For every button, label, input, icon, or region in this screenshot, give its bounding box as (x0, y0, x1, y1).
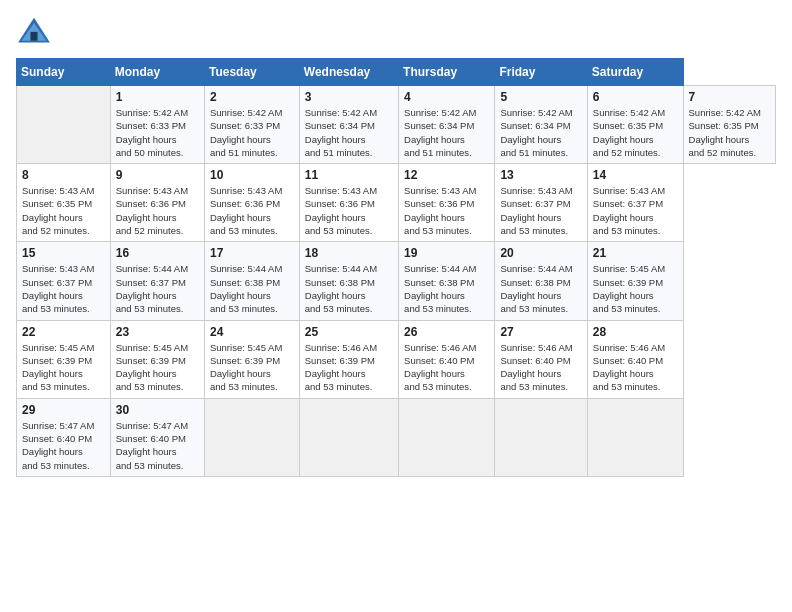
day-info: Sunrise: 5:43 AMSunset: 6:36 PMDaylight … (305, 185, 377, 236)
day-number: 27 (500, 325, 581, 339)
day-info: Sunrise: 5:46 AMSunset: 6:39 PMDaylight … (305, 342, 377, 393)
calendar-cell: 9Sunrise: 5:43 AMSunset: 6:36 PMDaylight… (110, 164, 204, 242)
day-info: Sunrise: 5:45 AMSunset: 6:39 PMDaylight … (22, 342, 94, 393)
calendar-cell: 1Sunrise: 5:42 AMSunset: 6:33 PMDaylight… (110, 86, 204, 164)
day-info: Sunrise: 5:42 AMSunset: 6:34 PMDaylight … (500, 107, 572, 158)
day-number: 13 (500, 168, 581, 182)
day-number: 21 (593, 246, 678, 260)
calendar-cell: 25Sunrise: 5:46 AMSunset: 6:39 PMDayligh… (299, 320, 398, 398)
calendar-cell (587, 398, 683, 476)
day-info: Sunrise: 5:43 AMSunset: 6:37 PMDaylight … (500, 185, 572, 236)
calendar-week-row: 8Sunrise: 5:43 AMSunset: 6:35 PMDaylight… (17, 164, 776, 242)
day-number: 29 (22, 403, 105, 417)
day-number: 30 (116, 403, 199, 417)
day-number: 28 (593, 325, 678, 339)
day-number: 26 (404, 325, 489, 339)
calendar-cell: 8Sunrise: 5:43 AMSunset: 6:35 PMDaylight… (17, 164, 111, 242)
calendar-cell: 6Sunrise: 5:42 AMSunset: 6:35 PMDaylight… (587, 86, 683, 164)
calendar-cell: 27Sunrise: 5:46 AMSunset: 6:40 PMDayligh… (495, 320, 587, 398)
day-number: 24 (210, 325, 294, 339)
day-number: 12 (404, 168, 489, 182)
day-info: Sunrise: 5:44 AMSunset: 6:38 PMDaylight … (210, 263, 282, 314)
day-number: 16 (116, 246, 199, 260)
calendar-cell: 14Sunrise: 5:43 AMSunset: 6:37 PMDayligh… (587, 164, 683, 242)
day-number: 20 (500, 246, 581, 260)
day-info: Sunrise: 5:42 AMSunset: 6:35 PMDaylight … (689, 107, 761, 158)
day-info: Sunrise: 5:43 AMSunset: 6:35 PMDaylight … (22, 185, 94, 236)
calendar-cell: 10Sunrise: 5:43 AMSunset: 6:36 PMDayligh… (204, 164, 299, 242)
header-day: Sunday (17, 59, 111, 86)
header-day: Saturday (587, 59, 683, 86)
calendar-cell: 16Sunrise: 5:44 AMSunset: 6:37 PMDayligh… (110, 242, 204, 320)
day-number: 3 (305, 90, 393, 104)
day-info: Sunrise: 5:45 AMSunset: 6:39 PMDaylight … (116, 342, 188, 393)
day-number: 25 (305, 325, 393, 339)
day-number: 6 (593, 90, 678, 104)
calendar-cell: 4Sunrise: 5:42 AMSunset: 6:34 PMDaylight… (399, 86, 495, 164)
calendar-cell: 22Sunrise: 5:45 AMSunset: 6:39 PMDayligh… (17, 320, 111, 398)
day-info: Sunrise: 5:43 AMSunset: 6:36 PMDaylight … (210, 185, 282, 236)
calendar-week-row: 15Sunrise: 5:43 AMSunset: 6:37 PMDayligh… (17, 242, 776, 320)
day-info: Sunrise: 5:43 AMSunset: 6:36 PMDaylight … (116, 185, 188, 236)
calendar-cell: 24Sunrise: 5:45 AMSunset: 6:39 PMDayligh… (204, 320, 299, 398)
day-info: Sunrise: 5:45 AMSunset: 6:39 PMDaylight … (593, 263, 665, 314)
header-day: Wednesday (299, 59, 398, 86)
calendar-cell (204, 398, 299, 476)
day-info: Sunrise: 5:43 AMSunset: 6:37 PMDaylight … (593, 185, 665, 236)
calendar-cell: 18Sunrise: 5:44 AMSunset: 6:38 PMDayligh… (299, 242, 398, 320)
logo (16, 16, 56, 46)
day-number: 1 (116, 90, 199, 104)
calendar-cell: 11Sunrise: 5:43 AMSunset: 6:36 PMDayligh… (299, 164, 398, 242)
day-info: Sunrise: 5:44 AMSunset: 6:38 PMDaylight … (305, 263, 377, 314)
calendar-cell: 28Sunrise: 5:46 AMSunset: 6:40 PMDayligh… (587, 320, 683, 398)
calendar-cell: 15Sunrise: 5:43 AMSunset: 6:37 PMDayligh… (17, 242, 111, 320)
day-number: 2 (210, 90, 294, 104)
day-info: Sunrise: 5:42 AMSunset: 6:33 PMDaylight … (210, 107, 282, 158)
day-info: Sunrise: 5:44 AMSunset: 6:38 PMDaylight … (404, 263, 476, 314)
calendar-table: SundayMondayTuesdayWednesdayThursdayFrid… (16, 58, 776, 477)
calendar-cell (17, 86, 111, 164)
day-number: 17 (210, 246, 294, 260)
header-day: Friday (495, 59, 587, 86)
day-info: Sunrise: 5:42 AMSunset: 6:35 PMDaylight … (593, 107, 665, 158)
day-info: Sunrise: 5:47 AMSunset: 6:40 PMDaylight … (116, 420, 188, 471)
day-number: 9 (116, 168, 199, 182)
svg-rect-2 (30, 32, 37, 41)
calendar-cell: 5Sunrise: 5:42 AMSunset: 6:34 PMDaylight… (495, 86, 587, 164)
calendar-cell (399, 398, 495, 476)
day-number: 7 (689, 90, 770, 104)
day-info: Sunrise: 5:47 AMSunset: 6:40 PMDaylight … (22, 420, 94, 471)
calendar-cell: 17Sunrise: 5:44 AMSunset: 6:38 PMDayligh… (204, 242, 299, 320)
day-info: Sunrise: 5:42 AMSunset: 6:34 PMDaylight … (404, 107, 476, 158)
day-number: 5 (500, 90, 581, 104)
day-info: Sunrise: 5:42 AMSunset: 6:34 PMDaylight … (305, 107, 377, 158)
calendar-cell: 29Sunrise: 5:47 AMSunset: 6:40 PMDayligh… (17, 398, 111, 476)
calendar-cell: 13Sunrise: 5:43 AMSunset: 6:37 PMDayligh… (495, 164, 587, 242)
day-info: Sunrise: 5:45 AMSunset: 6:39 PMDaylight … (210, 342, 282, 393)
day-info: Sunrise: 5:46 AMSunset: 6:40 PMDaylight … (593, 342, 665, 393)
logo-icon (16, 16, 52, 46)
day-number: 8 (22, 168, 105, 182)
day-info: Sunrise: 5:43 AMSunset: 6:36 PMDaylight … (404, 185, 476, 236)
header-day: Tuesday (204, 59, 299, 86)
day-number: 14 (593, 168, 678, 182)
calendar-cell: 30Sunrise: 5:47 AMSunset: 6:40 PMDayligh… (110, 398, 204, 476)
calendar-cell: 23Sunrise: 5:45 AMSunset: 6:39 PMDayligh… (110, 320, 204, 398)
calendar-week-row: 1Sunrise: 5:42 AMSunset: 6:33 PMDaylight… (17, 86, 776, 164)
page-header (16, 16, 776, 46)
calendar-cell: 19Sunrise: 5:44 AMSunset: 6:38 PMDayligh… (399, 242, 495, 320)
day-info: Sunrise: 5:46 AMSunset: 6:40 PMDaylight … (500, 342, 572, 393)
day-info: Sunrise: 5:43 AMSunset: 6:37 PMDaylight … (22, 263, 94, 314)
day-number: 18 (305, 246, 393, 260)
day-number: 23 (116, 325, 199, 339)
day-info: Sunrise: 5:44 AMSunset: 6:38 PMDaylight … (500, 263, 572, 314)
calendar-cell: 3Sunrise: 5:42 AMSunset: 6:34 PMDaylight… (299, 86, 398, 164)
calendar-cell: 12Sunrise: 5:43 AMSunset: 6:36 PMDayligh… (399, 164, 495, 242)
header-row: SundayMondayTuesdayWednesdayThursdayFrid… (17, 59, 776, 86)
day-number: 22 (22, 325, 105, 339)
day-number: 4 (404, 90, 489, 104)
day-number: 19 (404, 246, 489, 260)
calendar-cell (299, 398, 398, 476)
calendar-week-row: 29Sunrise: 5:47 AMSunset: 6:40 PMDayligh… (17, 398, 776, 476)
header-day: Thursday (399, 59, 495, 86)
